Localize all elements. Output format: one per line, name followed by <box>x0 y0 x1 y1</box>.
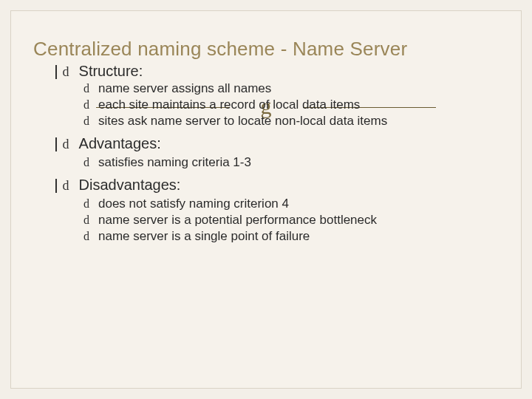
bullet-icon: d <box>83 230 98 243</box>
list-item: dsites ask name server to locate non-loc… <box>83 114 502 129</box>
section-advantages: dAdvantages: dsatisfies naming criteria … <box>54 134 502 170</box>
bullet-icon: d <box>63 137 79 152</box>
list-item: dname server assigns all names <box>83 81 502 96</box>
bullet-icon: d <box>83 98 98 112</box>
bullet-icon: d <box>83 214 98 227</box>
list-item: dsatisfies naming criteria 1-3 <box>83 155 502 170</box>
section-structure: dStructure: dname server assigns all nam… <box>54 62 502 129</box>
list-text: name server is a single point of failure <box>98 229 310 243</box>
list-text: name server is a potential performance b… <box>98 213 377 227</box>
list-item: dname server is a potential performance … <box>83 213 502 228</box>
section-label: Advantages: <box>79 135 161 151</box>
slide-title: Centralized naming scheme - Name Server <box>33 38 502 61</box>
list-text: does not satisfy naming criterion 4 <box>98 197 289 211</box>
bullet-icon: d <box>63 64 79 80</box>
list-text: name server assigns all names <box>98 81 271 95</box>
slide-content: dStructure: dname server assigns all nam… <box>54 62 502 244</box>
list-text: sites ask name server to locate non-loca… <box>98 114 387 128</box>
section-label: Structure: <box>79 63 143 79</box>
list-item: ddoes not satisfy naming criterion 4 <box>83 197 502 211</box>
bullet-icon: d <box>63 178 79 194</box>
list-item: deach site maintains a record of local d… <box>83 98 502 112</box>
bullet-icon: d <box>83 156 98 169</box>
bullet-icon: d <box>83 115 98 128</box>
list-text: each site maintains a record of local da… <box>98 98 360 112</box>
bullet-icon: d <box>83 197 98 211</box>
list-item: dname server is a single point of failur… <box>83 229 502 244</box>
slide-frame: Centralized naming scheme - Name Server … <box>10 10 522 389</box>
bullet-icon: d <box>83 82 98 95</box>
section-label: Disadvantages: <box>79 177 181 193</box>
list-text: satisfies naming criteria 1-3 <box>98 155 251 169</box>
section-disadvantages: dDisadvantages: ddoes not satisfy naming… <box>54 176 502 244</box>
